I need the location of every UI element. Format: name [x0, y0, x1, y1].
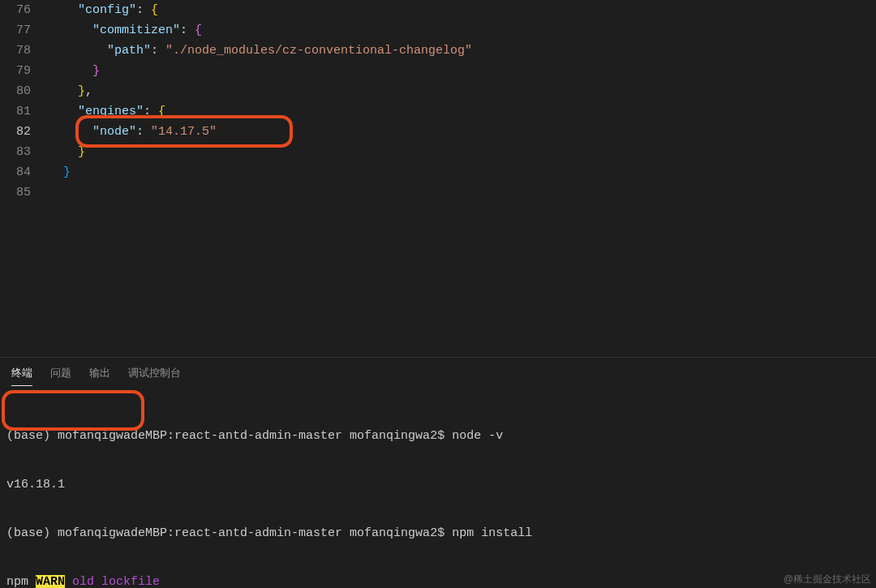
terminal-line-node-version: v16.18.1: [6, 477, 870, 493]
line-number: 82: [0, 122, 49, 142]
line-number: 80: [0, 81, 49, 101]
code-line[interactable]: 77 "commitizen": {: [0, 20, 876, 41]
code-content[interactable]: "node": "14.17.5": [49, 122, 876, 142]
code-line[interactable]: 79 }: [0, 61, 876, 81]
panel-tabs: 终端 问题 输出 调试控制台: [0, 358, 876, 393]
line-number: 85: [0, 182, 49, 203]
code-editor[interactable]: 76 "config": {77 "commitizen": {78 "path…: [0, 0, 876, 357]
code-content[interactable]: [49, 182, 876, 203]
line-number: 76: [0, 0, 49, 20]
code-line[interactable]: 81 "engines": {: [0, 101, 876, 122]
code-line[interactable]: 78 "path": "./node_modules/cz-convention…: [0, 41, 876, 61]
line-number: 77: [0, 20, 49, 41]
terminal-line-warn: npm WARN old lockfile: [6, 574, 870, 588]
line-number: 79: [0, 61, 49, 81]
code-line[interactable]: 80 },: [0, 81, 876, 101]
code-content[interactable]: }: [49, 142, 876, 162]
code-content[interactable]: "path": "./node_modules/cz-conventional-…: [49, 41, 876, 61]
line-number: 83: [0, 142, 49, 162]
tab-problems[interactable]: 问题: [50, 366, 71, 386]
tab-debug-console[interactable]: 调试控制台: [128, 366, 181, 386]
line-number: 81: [0, 101, 49, 122]
code-line[interactable]: 83 }: [0, 142, 876, 162]
line-number: 84: [0, 162, 49, 182]
tab-terminal[interactable]: 终端: [11, 366, 32, 386]
code-content[interactable]: "commitizen": {: [49, 20, 876, 41]
code-line[interactable]: 76 "config": {: [0, 0, 876, 20]
terminal-line: (base) mofanqigwadeMBP:react-antd-admin-…: [6, 428, 870, 444]
code-content[interactable]: },: [49, 81, 876, 101]
tab-output[interactable]: 输出: [89, 366, 110, 386]
code-content[interactable]: }: [49, 162, 876, 182]
code-content[interactable]: "engines": {: [49, 101, 876, 122]
code-line[interactable]: 82 "node": "14.17.5": [0, 122, 876, 142]
terminal-line: (base) mofanqigwadeMBP:react-antd-admin-…: [6, 526, 870, 542]
code-line[interactable]: 85: [0, 182, 876, 203]
line-number: 78: [0, 41, 49, 61]
bottom-panel: 终端 问题 输出 调试控制台 (base) mofanqigwadeMBP:re…: [0, 357, 876, 588]
terminal-output[interactable]: (base) mofanqigwadeMBP:react-antd-admin-…: [0, 393, 876, 588]
code-content[interactable]: "config": {: [49, 0, 876, 20]
watermark-text: @稀土掘金技术社区: [784, 573, 871, 586]
code-content[interactable]: }: [49, 61, 876, 81]
code-line[interactable]: 84 }: [0, 162, 876, 182]
